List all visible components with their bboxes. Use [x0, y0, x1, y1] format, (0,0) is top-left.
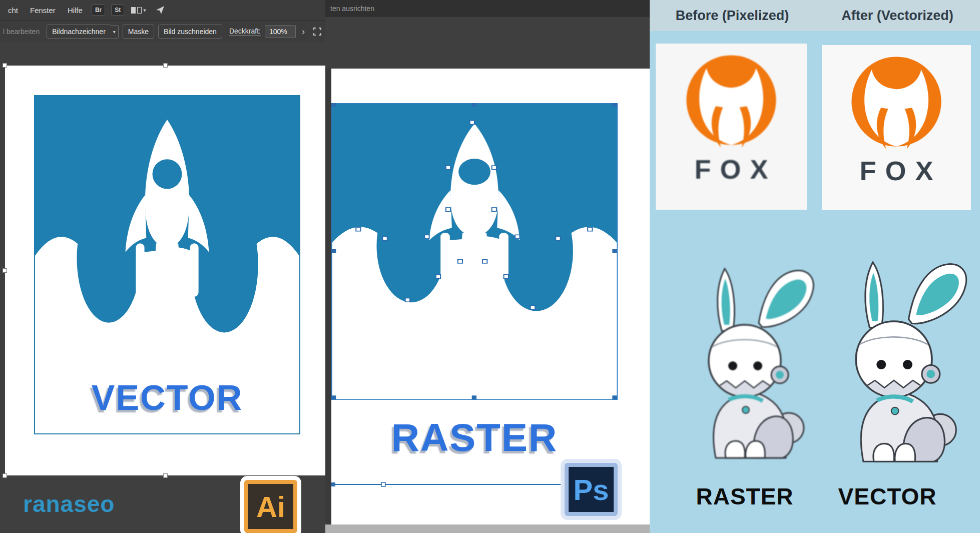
photoshop-window: ten ausrichten RASTER Ps — [325, 0, 650, 533]
align-label-partial: ten ausrichten — [330, 5, 374, 13]
illustrator-canvas[interactable]: VECTOR Ai ranaseo — [0, 42, 325, 533]
bunny-vector-illustration — [815, 244, 973, 477]
fox-card-after: FOX — [822, 45, 971, 210]
photoshop-options-bar: ten ausrichten — [325, 0, 650, 17]
menu-item-ansicht-partial[interactable]: cht — [2, 0, 24, 21]
crop-frame-icon[interactable] — [312, 27, 322, 37]
share-icon[interactable] — [155, 5, 165, 15]
stock-icon[interactable]: St — [111, 5, 124, 16]
robot-bunny-vector-icon — [815, 244, 973, 477]
arrange-doc-left-icon — [131, 7, 136, 14]
before-header: Before (Pixelized) — [667, 8, 797, 24]
raster-label: RASTER — [682, 483, 807, 510]
mask-button[interactable]: Maske — [123, 25, 154, 39]
after-header: After (Vectorized) — [832, 8, 962, 24]
selection-handle[interactable] — [163, 473, 168, 478]
screenshot-root: cht Fenster Hilfe Br St ▾ l bearbeiten B… — [0, 0, 980, 533]
menu-item-hilfe[interactable]: Hilfe — [62, 0, 89, 21]
chevron-down-icon: ▾ — [143, 7, 146, 14]
arrange-doc-right-icon — [137, 7, 142, 14]
fox-logo-vectorized-icon — [839, 50, 953, 153]
opacity-label: Deckkraft: — [229, 27, 261, 36]
photoshop-toolbar-area — [325, 17, 650, 69]
crop-image-button[interactable]: Bild zuschneiden — [158, 25, 222, 39]
fox-label-before: FOX — [685, 154, 777, 185]
illustrator-control-bar: l bearbeiten Bildnachzeichner ▾ Maske Bi… — [0, 21, 325, 42]
illustrator-artboard[interactable]: VECTOR Ai — [5, 66, 325, 475]
illustrator-menubar: cht Fenster Hilfe Br St ▾ — [0, 0, 325, 21]
robot-bunny-raster-icon — [670, 249, 820, 475]
image-trace-dropdown[interactable]: ▾ — [111, 25, 119, 39]
photoshop-canvas[interactable]: RASTER Ps — [331, 69, 650, 524]
watermark-text: ranaseo — [23, 490, 115, 517]
fox-label-after: FOX — [850, 155, 942, 186]
image-trace-button[interactable]: Bildnachzeichner — [47, 25, 111, 39]
raster-rocket-artwork[interactable] — [331, 103, 618, 400]
photoshop-canvas-edge — [325, 524, 650, 533]
comparison-panel: Before (Pixelized) After (Vectorized) FO… — [650, 0, 980, 533]
edit-image-label-partial: l bearbeiten — [3, 28, 40, 36]
rocket-logo-traced-icon — [331, 103, 618, 400]
selection-handle[interactable] — [3, 268, 7, 273]
bridge-icon[interactable]: Br — [92, 5, 105, 16]
vector-label: VECTOR — [825, 483, 950, 510]
bunny-raster-illustration — [670, 249, 820, 475]
selection-handle[interactable] — [3, 473, 7, 478]
photoshop-app-logo: Ps — [565, 463, 618, 516]
comparison-header-strip: Before (Pixelized) After (Vectorized) — [650, 0, 980, 31]
fox-card-before: FOX — [656, 44, 807, 210]
vector-rocket-artwork[interactable]: VECTOR — [34, 95, 300, 434]
expand-chevron-button[interactable]: › — [300, 27, 307, 37]
raster-caption-text: RASTER — [331, 415, 618, 460]
illustrator-window: cht Fenster Hilfe Br St ▾ l bearbeiten B… — [0, 0, 325, 533]
selection-handle[interactable] — [163, 63, 168, 68]
vector-caption-text: VECTOR — [35, 378, 299, 418]
selection-handle[interactable] — [3, 63, 7, 68]
opacity-input[interactable]: 100% — [265, 25, 296, 38]
illustrator-app-logo: Ai — [244, 480, 297, 533]
menu-item-fenster[interactable]: Fenster — [24, 0, 62, 21]
fox-logo-pixelized-icon — [674, 49, 788, 152]
arrange-documents-icon[interactable]: ▾ — [131, 7, 146, 14]
